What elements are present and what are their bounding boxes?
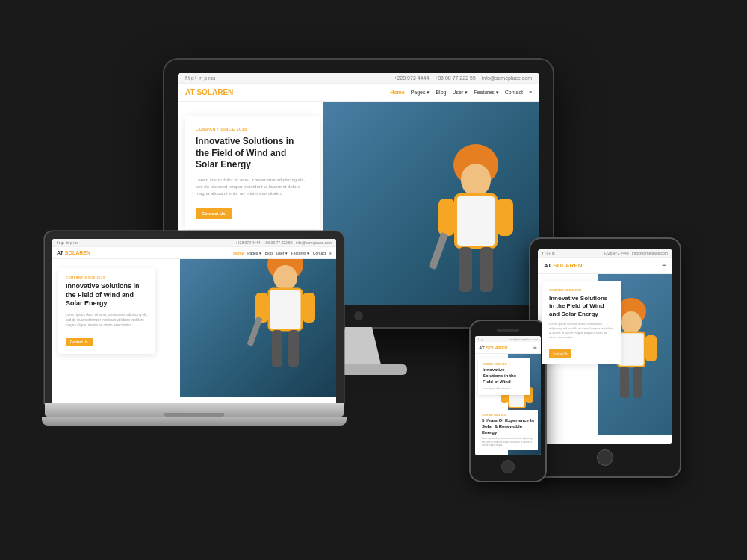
phone-home-button[interactable] [501, 460, 515, 473]
phone-speaker [497, 329, 519, 332]
svg-point-19 [621, 311, 642, 334]
phone-outer: f t g info@someplace.com AT SOLAREN ≡ [471, 321, 545, 481]
site-topbar: f t g+ in p rss +228 972 4444 +86 08 77 … [178, 73, 539, 84]
phone-extra-tag: COMPANY SINCE 2010 [482, 414, 534, 417]
laptop-screen: f t g+ in p rss +228 972 4444 +86 08 77 … [52, 239, 336, 403]
svg-rect-23 [645, 335, 657, 361]
svg-rect-17 [247, 317, 262, 346]
phone-screen: f t g info@someplace.com AT SOLAREN ≡ [475, 336, 541, 455]
tablet-topbar-contact: +228 972 4444 info@someplace.com [604, 251, 668, 255]
in-icon: in [199, 75, 202, 81]
topbar-email: info@someplace.com [482, 75, 532, 81]
tablet-device: f t g+ in +228 972 4444 info@someplace.c… [530, 239, 680, 476]
laptop-topbar-social: f t g+ in p rss [57, 240, 78, 245]
tw-icon: t [188, 75, 190, 81]
site-nav-links: Home Pages ▾ Blog User ▾ Features ▾ Cont… [390, 90, 532, 96]
hero-bg [323, 102, 539, 305]
phone-hero: COMPANY SINCE 2010 Innovative Solutions … [475, 354, 541, 455]
phone-hero-tag: COMPANY SINCE 2010 [483, 363, 526, 366]
tablet-navbar: AT SOLAREN ≡ [538, 258, 672, 274]
laptop-nav-blog[interactable]: Blog [265, 251, 273, 255]
phone-hamburger-icon[interactable]: ≡ [533, 344, 537, 351]
tablet-outer: f t g+ in +228 972 4444 info@someplace.c… [530, 239, 680, 476]
topbar-social-icons: f t g+ in p rss [185, 75, 215, 81]
phone-topbar-contact: info@someplace.com [509, 337, 538, 341]
tablet-hero-tag: COMPANY SINCE 2010 [549, 288, 614, 292]
phone-hero-body: Lorem ipsum dolor sit amet... [483, 387, 526, 391]
hero-tag: COMPANY SINCE 2010 [196, 127, 309, 131]
nav-user[interactable]: User ▾ [452, 90, 468, 96]
hero-body: Lorem ipsum dolor sit amet, consectetur … [196, 177, 309, 197]
phone-extra-title: 5 Years Of Experience In Solar & Renewab… [482, 418, 534, 435]
svg-rect-2 [456, 195, 496, 247]
site-logo: AT SOLAREN [185, 88, 233, 96]
svg-rect-20 [618, 332, 645, 367]
nav-hamburger[interactable]: ≡ [529, 90, 532, 96]
svg-rect-15 [272, 330, 282, 367]
laptop-worker-svg [241, 259, 330, 397]
laptop-nav-hamburger[interactable]: ≡ [329, 251, 332, 255]
gp-icon: g+ [191, 75, 197, 81]
laptop-hero-tag: COMPANY SINCE 2010 [66, 276, 148, 279]
phone-extra-body: Lorem ipsum dolor sit amet, consectetur … [482, 437, 534, 447]
topbar-phone1: +228 972 4444 [394, 75, 429, 81]
pi-icon: p [204, 75, 207, 81]
hero-content-card: COMPANY SINCE 2010 Innovative Solutions … [185, 116, 320, 229]
topbar-contact: +228 972 4444 +86 08 77 222 55 info@some… [394, 75, 532, 81]
svg-point-10 [273, 265, 297, 290]
svg-rect-14 [303, 293, 315, 323]
laptop-device: f t g+ in p rss +228 972 4444 +86 08 77 … [45, 231, 344, 426]
tablet-logo: AT SOLAREN [544, 262, 582, 269]
laptop-hero-body: Lorem ipsum dolor sit amet, consectetur … [66, 313, 148, 328]
phone-topbar: f t g info@someplace.com [475, 336, 541, 342]
tablet-screen: f t g+ in +228 972 4444 info@someplace.c… [538, 249, 672, 444]
tablet-hamburger-icon[interactable]: ≡ [662, 261, 666, 270]
tablet-topbar-social: f t g+ in [542, 251, 555, 255]
laptop-base [45, 403, 344, 417]
nav-pages[interactable]: Pages ▾ [411, 90, 430, 96]
laptop-hero-cta[interactable]: Contact Us [66, 338, 93, 346]
svg-rect-5 [497, 199, 513, 236]
nav-features[interactable]: Features ▾ [474, 90, 499, 96]
svg-rect-6 [459, 247, 472, 292]
laptop-navbar: AT SOLAREN Home Pages ▾ Blog User ▾ Feat… [52, 247, 336, 259]
hero-cta-button[interactable]: Contact Us [196, 208, 232, 219]
tablet-hero-body: Lorem ipsum dolor sit amet, consectetur … [549, 322, 614, 340]
tablet-hero-cta[interactable]: Contact Us [549, 349, 571, 358]
phone-hero-content: COMPANY SINCE 2010 Innovative Solutions … [478, 358, 530, 395]
tablet-hero-content: COMPANY SINCE 2010 Innovative Solutions … [542, 281, 621, 364]
phone-navbar: AT SOLAREN ≡ [475, 342, 541, 354]
svg-point-1 [461, 164, 491, 196]
svg-rect-8 [429, 232, 448, 270]
logo-prefix: AT [185, 88, 196, 96]
nav-blog[interactable]: Blog [436, 90, 446, 96]
laptop-screen-outer: f t g+ in p rss +228 972 4444 +86 08 77 … [45, 231, 344, 403]
laptop-nav-features[interactable]: Features ▾ [291, 251, 309, 255]
svg-rect-7 [480, 247, 493, 292]
svg-rect-25 [633, 367, 642, 398]
laptop-nav-user[interactable]: User ▾ [276, 251, 288, 255]
laptop-hero-content: COMPANY SINCE 2010 Innovative Solutions … [58, 268, 155, 354]
topbar-phone2: +86 08 77 222 55 [435, 75, 476, 81]
laptop-hero-title: Innovative Solutions in the Field of Win… [66, 282, 148, 308]
rss-icon: rss [208, 75, 215, 81]
tablet-hero: COMPANY SINCE 2010 Innovative Solutions … [538, 274, 672, 435]
tablet-topbar: f t g+ in +228 972 4444 info@someplace.c… [538, 249, 672, 258]
laptop-nav-home[interactable]: Home [233, 251, 244, 255]
tablet-home-button[interactable] [597, 449, 613, 466]
laptop-logo: AT SOLAREN [57, 250, 90, 255]
phone-logo: AT SOLAREN [479, 346, 508, 350]
site-navbar: AT SOLAREN Home Pages ▾ Blog User ▾ Feat… [178, 84, 539, 102]
phone-topbar-social: f t g [478, 337, 483, 341]
laptop-nav-links: Home Pages ▾ Blog User ▾ Features ▾ Cont… [233, 251, 332, 255]
svg-rect-11 [269, 289, 302, 330]
nav-home[interactable]: Home [390, 90, 404, 96]
nav-contact[interactable]: Contact [505, 90, 523, 96]
worker-svg [420, 124, 532, 305]
laptop-topbar-contact: +228 972 4444 +86 08 77 222 55 info@some… [235, 240, 332, 245]
svg-rect-4 [438, 199, 455, 236]
phone-device: f t g info@someplace.com AT SOLAREN ≡ [471, 321, 545, 481]
phone-hero-extra-card: COMPANY SINCE 2010 5 Years Of Experience… [478, 410, 538, 450]
laptop-nav-pages[interactable]: Pages ▾ [247, 251, 261, 255]
laptop-nav-contact[interactable]: Contact [313, 251, 326, 255]
